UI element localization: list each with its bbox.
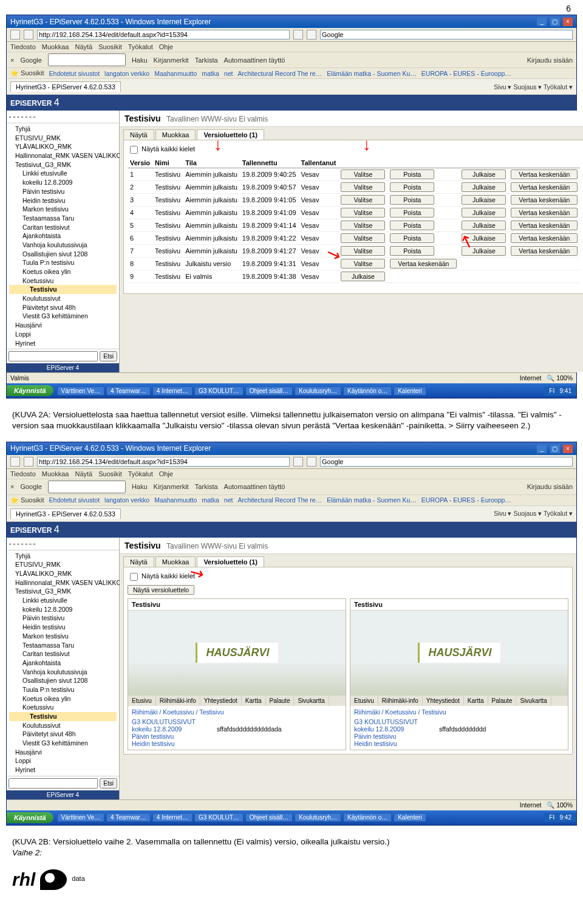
action-button[interactable]: Valitse <box>341 182 385 192</box>
nav-item[interactable]: Etusivu <box>128 696 156 706</box>
stop-icon[interactable] <box>307 457 316 467</box>
taskbar-item[interactable]: Käytännön o… <box>343 813 392 822</box>
fav-item[interactable]: Maahanmuutto <box>154 70 197 77</box>
action-button[interactable]: Poista <box>390 208 434 217</box>
list-item[interactable]: Heidin testisivu <box>354 740 439 747</box>
start-button[interactable]: Käynnistä <box>7 812 53 823</box>
nav-item[interactable]: Sivukartta <box>294 696 329 706</box>
list-item[interactable]: kokeilu 12.8.2009 <box>354 725 439 733</box>
action-button[interactable]: Poista <box>390 182 434 192</box>
tab-edit[interactable]: Muokkaa <box>155 129 196 140</box>
tree-search-input[interactable] <box>9 351 98 361</box>
nav-item[interactable]: Riihimäki-info <box>378 696 423 706</box>
fav-item[interactable]: Maahanmuutto <box>154 496 197 504</box>
list-item[interactable]: kokeilu 12.8.2009 <box>132 725 217 733</box>
tab-view[interactable]: Näytä <box>123 556 154 567</box>
page-tree[interactable]: Tyhjä ETUSIVU_RMK YLÄVALIKKO_RMK Hallinn… <box>7 123 119 349</box>
forward-icon[interactable] <box>24 30 33 39</box>
close-button[interactable]: × <box>563 445 573 453</box>
fav-item[interactable]: Elämään matka - Suomen Ku… <box>327 70 417 77</box>
browser-tab[interactable]: HyrinetG3 - EPiServer 4.62.0.533 <box>10 81 121 92</box>
action-button[interactable]: Poista <box>390 169 434 179</box>
list-item[interactable]: Päivin testisivu <box>132 733 217 740</box>
fav-item[interactable]: langaton verkko <box>104 496 149 504</box>
fav-item[interactable]: Architectural Record The re… <box>237 70 322 77</box>
taskbar-item[interactable]: 4 Teamwar… <box>106 813 151 822</box>
tree-search-btn[interactable]: Etsi <box>100 778 117 789</box>
zoom-level[interactable]: 100% <box>556 374 573 382</box>
fav-item[interactable]: matka <box>202 496 219 504</box>
action-button[interactable]: Vertaa keskenään <box>390 259 457 269</box>
taskbar-item[interactable]: Värttinen Ve… <box>57 386 104 395</box>
nav-item[interactable]: Palaute <box>266 696 295 706</box>
nav-item[interactable]: Yhteystiedot <box>423 696 464 706</box>
taskbar-item[interactable]: Ohjeet sisäll… <box>245 386 293 395</box>
action-button[interactable]: Julkaise <box>462 233 506 243</box>
refresh-icon[interactable] <box>293 457 303 467</box>
show-all-languages[interactable]: Näytä kaikki kielet <box>128 571 568 583</box>
menu-favorites[interactable]: Suosikit <box>98 470 122 477</box>
taskbar-item[interactable]: Koulutusryh… <box>295 386 341 395</box>
page-tools[interactable]: Sivu ▾ Suojaus ▾ Työkalut ▾ <box>494 510 573 517</box>
taskbar-item[interactable]: 4 Internet… <box>152 813 193 822</box>
nav-item[interactable]: Riihimäki-info <box>156 696 200 706</box>
action-button[interactable]: Julkaise <box>462 221 506 230</box>
action-button[interactable]: Valitse <box>341 169 385 179</box>
url-input[interactable] <box>37 457 290 467</box>
zoom-level[interactable]: 100% <box>556 801 573 809</box>
tree-search-input[interactable] <box>9 778 98 789</box>
tab-view[interactable]: Näytä <box>123 129 154 140</box>
action-button[interactable]: Vertaa keskenään <box>511 246 578 256</box>
action-button[interactable]: Poista <box>390 246 434 256</box>
nav-item[interactable]: Etusivu <box>350 696 378 706</box>
start-button[interactable]: Käynnistä <box>7 385 53 396</box>
menu-edit[interactable]: Muokkaa <box>42 470 69 477</box>
search-input[interactable] <box>320 30 573 39</box>
action-button[interactable]: Poista <box>390 195 434 205</box>
action-button[interactable]: Valitse <box>341 259 385 269</box>
google-search-input[interactable] <box>48 481 126 493</box>
show-all-languages[interactable]: Näytä kaikki kielet <box>128 144 580 156</box>
action-button[interactable]: Julkaise <box>462 246 506 256</box>
menu-help[interactable]: Ohje <box>159 470 173 477</box>
check-btn[interactable]: Tarkista <box>195 56 218 64</box>
action-button[interactable]: Valitse <box>341 208 385 217</box>
action-button[interactable]: Vertaa keskenään <box>511 233 578 243</box>
fav-item[interactable]: Ehdotetut sivustot <box>49 70 100 77</box>
fav-item[interactable]: net <box>224 496 233 504</box>
taskbar-item[interactable]: Kalenteri <box>394 813 426 822</box>
all-lang-checkbox[interactable] <box>130 573 138 581</box>
action-button[interactable]: Julkaise <box>462 195 506 205</box>
browser-tab[interactable]: HyrinetG3 - EPiServer 4.62.0.533 <box>10 508 121 519</box>
minimize-button[interactable]: _ <box>537 18 547 26</box>
google-search-input[interactable] <box>48 53 126 66</box>
fav-item[interactable]: EUROPA - EURES - Euroopp… <box>421 70 511 77</box>
taskbar-item[interactable]: Käytännön o… <box>343 386 392 395</box>
action-button[interactable]: Vertaa keskenään <box>511 169 578 179</box>
action-button[interactable]: Valitse <box>341 195 385 205</box>
stop-icon[interactable] <box>307 30 316 39</box>
maximize-button[interactable]: ▢ <box>550 18 560 26</box>
all-lang-checkbox[interactable] <box>130 146 138 154</box>
menu-tools[interactable]: Työkalut <box>128 43 153 50</box>
maximize-button[interactable]: ▢ <box>550 445 560 453</box>
action-button[interactable]: Poista <box>390 233 434 243</box>
tree-search-btn[interactable]: Etsi <box>100 351 117 361</box>
action-button[interactable]: Valitse <box>341 246 385 256</box>
taskbar-item[interactable]: Kalenteri <box>394 386 426 395</box>
fav-item[interactable]: langaton verkko <box>104 70 149 77</box>
action-button[interactable]: Vertaa keskenään <box>511 195 578 205</box>
google-search-btn[interactable]: Haku <box>132 56 148 64</box>
menu-view[interactable]: Näytä <box>75 43 92 50</box>
page-tree[interactable]: Tyhjä ETUSIVU_RMK YLÄVALIKKO_RMK Hallinn… <box>7 550 119 776</box>
list-item[interactable]: Päivin testisivu <box>354 733 439 740</box>
refresh-icon[interactable] <box>293 30 303 39</box>
google-search-btn[interactable]: Haku <box>132 483 148 490</box>
action-button[interactable]: Vertaa keskenään <box>511 208 578 217</box>
menu-tools[interactable]: Työkalut <box>128 470 153 477</box>
back-icon[interactable] <box>10 457 20 467</box>
tab-edit[interactable]: Muokkaa <box>155 556 196 567</box>
taskbar-item[interactable]: Ohjeet sisäll… <box>245 813 293 822</box>
action-button[interactable]: Julkaise <box>462 169 506 179</box>
fav-item[interactable]: EUROPA - EURES - Euroopp… <box>421 496 511 504</box>
